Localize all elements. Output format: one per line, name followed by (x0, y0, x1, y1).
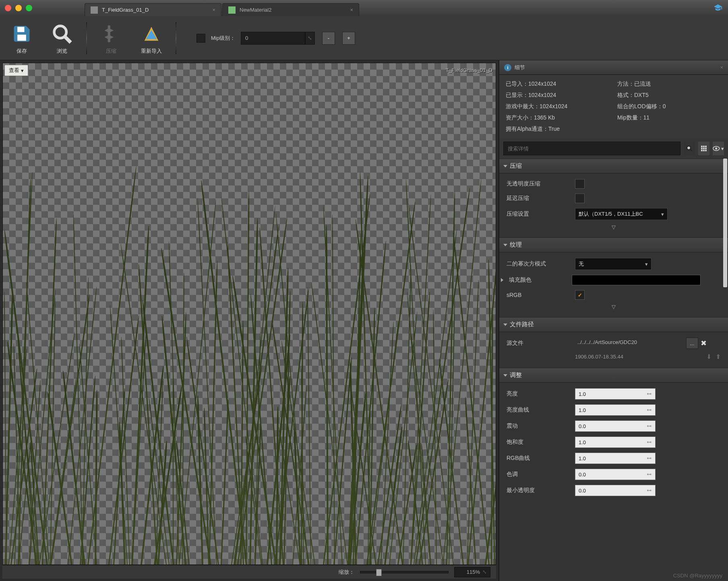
adjust-label: 亮度 (507, 390, 571, 398)
toolbar: 保存 浏览 压缩 重新导入 Mip级别： ⤡ - + (0, 16, 728, 60)
search-icon[interactable] (684, 142, 695, 155)
section-adjust-header[interactable]: 调整 (499, 368, 728, 383)
view-dropdown[interactable]: 查看 ▾ (4, 65, 28, 76)
prop-pow2-label: 二的幂次方模式 (507, 260, 571, 268)
grass-blade (95, 390, 98, 565)
prop-source-label: 源文件 (507, 340, 571, 347)
tab-fieldgrass[interactable]: T_FieldGrass_01_D × (85, 3, 221, 16)
close-panel-icon[interactable]: × (720, 64, 723, 70)
texture-info-block: 已导入：1024x1024 方法：已流送 已显示：1024x1024 格式：DX… (499, 75, 728, 138)
details-scroll[interactable]: 压缩 无透明度压缩 延迟压缩 压缩设置默认（DXT1/5，DX11上BC▾ ▽ … (499, 159, 728, 581)
mip-spinner: ⤡ (241, 32, 315, 45)
scrollbar-thumb[interactable] (723, 159, 727, 287)
svg-rect-6 (701, 146, 703, 147)
adjust-row: 饱和度 1.0⤢ (499, 434, 728, 450)
mip-plus-button[interactable]: + (342, 32, 355, 45)
svg-line-5 (690, 149, 692, 151)
section-texture-header[interactable]: 纹理 (499, 237, 728, 252)
info-format: 格式：DXT5 (617, 92, 722, 99)
close-tab-icon[interactable]: × (350, 7, 353, 13)
adjust-value-field[interactable]: 0.0⤢ (575, 469, 656, 480)
srgb-checkbox[interactable] (575, 290, 585, 300)
timestamp-row: 1906.06.07-18.35.44 ⬇ ⬆ (499, 351, 728, 362)
chevron-down-icon: ▾ (21, 68, 24, 74)
adjust-value-field[interactable]: 1.0⤢ (575, 453, 656, 464)
adjust-value-field[interactable]: 1.0⤢ (575, 388, 656, 400)
close-window-icon[interactable] (5, 5, 11, 11)
svg-rect-9 (701, 148, 703, 149)
eye-dropdown-icon[interactable]: ▾ (713, 142, 724, 155)
mip-minus-button[interactable]: - (322, 32, 335, 45)
adjust-value-field[interactable]: 0.0⤢ (575, 420, 656, 432)
adjust-value-field[interactable]: 0.0⤢ (575, 485, 656, 496)
expand-icon[interactable] (501, 278, 503, 282)
no-alpha-checkbox[interactable] (575, 179, 585, 189)
mip-input[interactable] (241, 32, 305, 45)
expand-advanced-icon[interactable]: ▽ (499, 223, 728, 232)
svg-line-3 (65, 36, 71, 42)
grass-blade (358, 436, 376, 565)
section-filepath-header[interactable]: 文件路径 (499, 317, 728, 332)
material-icon (228, 6, 236, 14)
expand-advanced-icon[interactable]: ▽ (499, 302, 728, 311)
zoom-slider[interactable] (360, 571, 449, 573)
arrow-down-icon[interactable]: ⬇ (706, 353, 711, 361)
adjust-value-field[interactable]: 1.0⤢ (575, 404, 656, 416)
slider-thumb[interactable] (376, 569, 382, 576)
arrow-up-icon[interactable]: ⬆ (716, 353, 721, 361)
maximize-window-icon[interactable] (26, 5, 32, 11)
svg-rect-7 (703, 146, 705, 147)
titlebar: T_FieldGrass_01_D × NewMaterial2 × (0, 0, 728, 16)
separator (176, 22, 176, 54)
graduation-cap-icon[interactable] (714, 3, 722, 12)
search-input[interactable] (503, 142, 680, 155)
viewport-statusbar: 缩放： 115%⤡ (2, 565, 496, 579)
info-asset-size: 资产大小：1365 Kb (506, 114, 610, 122)
adjust-row: RGB曲线 1.0⤢ (499, 450, 728, 466)
svg-rect-11 (705, 148, 707, 149)
grid-view-icon[interactable] (698, 142, 709, 155)
compress-button[interactable]: 压缩 (95, 22, 127, 55)
info-has-alpha: 拥有Alpha通道：True (506, 126, 722, 133)
section-compress-body: 无透明度压缩 延迟压缩 压缩设置默认（DXT1/5，DX11上BC▾ ▽ (499, 173, 728, 237)
adjust-label: 色调 (507, 471, 571, 478)
tab-newmaterial[interactable]: NewMaterial2 × (222, 3, 359, 16)
mip-checkbox[interactable] (196, 34, 205, 43)
browse-file-button[interactable]: ... (686, 338, 698, 349)
mip-level-group: Mip级别： ⤡ - + (196, 32, 355, 45)
tab-label: NewMaterial2 (240, 7, 271, 13)
save-button[interactable]: 保存 (6, 22, 38, 55)
grass-blade (39, 332, 75, 565)
mip-label: Mip级别： (211, 35, 235, 42)
svg-rect-13 (703, 150, 705, 151)
adjust-row: 色调 0.0⤢ (499, 466, 728, 482)
prop-defer-label: 延迟压缩 (507, 195, 571, 202)
close-tab-icon[interactable]: × (212, 7, 215, 13)
reset-icon[interactable]: ⤡ (305, 32, 315, 45)
grass-blade (142, 300, 174, 565)
asset-name-label: T_FieldGrass_01_D (446, 67, 492, 73)
browse-button[interactable]: 浏览 (46, 22, 78, 55)
texture-viewport[interactable]: 查看 ▾ T_FieldGrass_01_D (2, 63, 496, 565)
defer-checkbox[interactable] (575, 194, 585, 203)
zoom-value[interactable]: 115%⤡ (454, 567, 490, 577)
panel-header: i 细节 × (499, 60, 728, 75)
main-area: 查看 ▾ T_FieldGrass_01_D 缩放： 115%⤡ i 细节 × … (0, 60, 728, 581)
document-tabs: T_FieldGrass_01_D × NewMaterial2 × (85, 0, 359, 16)
pow2-combo[interactable]: 无▾ (575, 258, 651, 270)
scrollbar[interactable] (723, 159, 727, 581)
source-path: ../../../../ArtSource/GDC20 (575, 338, 684, 349)
chevron-down-icon: ▾ (661, 211, 664, 217)
reimport-button[interactable]: 重新导入 (135, 22, 168, 55)
adjust-label: 最小透明度 (507, 487, 571, 494)
adjust-value-field[interactable]: 1.0⤢ (575, 437, 656, 448)
compress-setting-combo[interactable]: 默认（DXT1/5，DX11上BC▾ (575, 208, 668, 220)
zoom-label: 缩放： (339, 569, 354, 576)
section-compress-header[interactable]: 压缩 (499, 159, 728, 173)
texture-editor-window: T_FieldGrass_01_D × NewMaterial2 × 保存 浏览… (0, 0, 728, 581)
prop-setting-label: 压缩设置 (507, 210, 571, 218)
clear-path-icon[interactable]: ✖ (701, 339, 707, 348)
texture-icon (91, 6, 98, 14)
fill-color-swatch[interactable] (572, 275, 701, 285)
minimize-window-icon[interactable] (15, 5, 22, 11)
